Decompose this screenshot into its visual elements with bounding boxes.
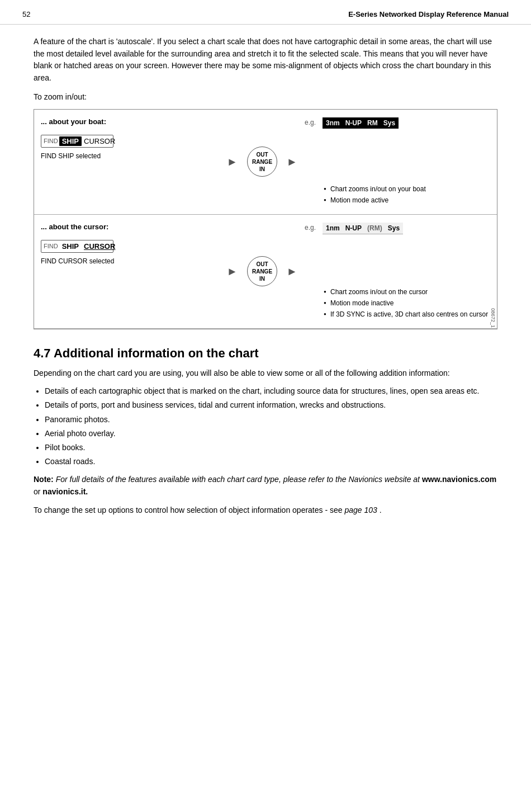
final-para: To change the set up options to control … — [34, 504, 497, 517]
note-or: or — [34, 487, 42, 496]
diagram-row-boat: ... about your boat: FIND SHIP CURSOR FI… — [34, 110, 497, 215]
arrow-icon-1a: ► — [227, 155, 238, 168]
range-in-2: IN — [259, 275, 265, 282]
range-out-2: OUT — [256, 261, 268, 268]
diagram-right-2: 1nm N-UP (RM) Sys ✛ Chart zooms in/out o… — [319, 223, 490, 320]
note-bold-url1: www.navionics.com — [422, 475, 496, 484]
note-italic: For full details of the features availab… — [56, 475, 420, 484]
bullet-item-3: Panoramic photos. — [45, 413, 497, 426]
arrow-icon-2b: ► — [287, 265, 298, 278]
final-period: . — [380, 506, 382, 514]
diagram-row-cursor: ... about the cursor: FIND SHIP CURSOR F… — [34, 215, 497, 329]
chart-bullets-2: Chart zooms in/out on the cursor Motion … — [323, 286, 488, 320]
find-ship-selected-label: FIND SHIP selected — [41, 152, 101, 160]
diagram-left-cursor: ... about the cursor: FIND SHIP CURSOR F… — [41, 223, 220, 320]
btn-ship-1: SHIP — [59, 136, 82, 146]
arrow-icon-2a: ► — [227, 265, 238, 278]
chart-status-bar-2: 1nm N-UP (RM) Sys — [323, 223, 403, 234]
range-range-1: RANGE — [252, 158, 272, 166]
find-ship-cursor-btn-2[interactable]: FIND SHIP CURSOR — [41, 240, 113, 253]
chart-status-bar-1: 3nm N-UP RM Sys — [323, 117, 399, 129]
bullet-2-1: Chart zooms in/out on the cursor — [324, 286, 488, 298]
status-nup-1: N-UP — [345, 119, 362, 127]
diagram-right-1: 3nm N-UP RM Sys ✛ Chart zooms in/out on … — [319, 117, 490, 206]
status-3nm: 3nm — [326, 119, 340, 127]
final-page-ref: page 103 — [344, 506, 377, 514]
note-bold-url2: navionics.it. — [42, 487, 88, 496]
diagram-box: ... about your boat: FIND SHIP CURSOR FI… — [34, 109, 497, 329]
bullet-1-1: Chart zooms in/out on your boat — [324, 183, 426, 195]
main-content: A feature of the chart is 'autoscale'. I… — [0, 25, 531, 534]
status-sys-1: Sys — [383, 119, 395, 127]
note-block: Note: For full details of the features a… — [34, 474, 497, 498]
arrow-1b: ► — [279, 117, 305, 206]
arrow-1a: ► — [220, 117, 245, 206]
status-rm-1: RM — [367, 119, 378, 127]
arrow-2b: ► — [279, 223, 305, 320]
find-ship-cursor-btn-1[interactable]: FIND SHIP CURSOR — [41, 135, 113, 148]
bullet-1-2: Motion mode active — [324, 195, 426, 206]
range-range-2: RANGE — [252, 268, 272, 275]
bullet-item-4: Aerial photo overlay. — [45, 427, 497, 440]
status-sys-2: Sys — [388, 224, 400, 232]
section-47-bullets: Details of each cartographic object that… — [45, 385, 497, 468]
page-header: 52 E-Series Networked Display Reference … — [0, 0, 531, 25]
btn-ship-2: SHIP — [59, 242, 82, 251]
intro-paragraph: A feature of the chart is 'autoscale'. I… — [34, 36, 497, 84]
bullet-item-6: Coastal roads. — [45, 455, 497, 468]
btn-find-2: FIND — [44, 243, 58, 249]
section-47-heading: 4.7 Additional information on the chart — [34, 346, 497, 361]
range-in-1: IN — [259, 166, 265, 173]
note-label: Note: — [34, 475, 54, 484]
status-rm-2: (RM) — [367, 224, 382, 232]
bullet-2-2: Motion mode inactive — [324, 298, 488, 309]
range-box-1: OUT RANGE IN — [247, 147, 277, 177]
final-para-text: To change the set up options to control … — [34, 506, 343, 514]
page-number: 52 — [22, 10, 30, 18]
bullet-2-3: If 3D SYNC is active, 3D chart also cent… — [324, 309, 488, 320]
range-out-1: OUT — [256, 151, 268, 158]
range-box-2: OUT RANGE IN — [247, 256, 277, 286]
about-cursor-label: ... about the cursor: — [41, 223, 108, 231]
btn-cursor-2: CURSOR — [84, 242, 115, 251]
find-cursor-selected-label: FIND CURSOR selected — [41, 257, 114, 265]
status-1nm: 1nm — [326, 224, 340, 232]
chart-bullets-1: Chart zooms in/out on your boat Motion m… — [323, 183, 426, 206]
page-title: E-Series Networked Display Reference Man… — [348, 10, 509, 18]
status-nup-2: N-UP — [345, 224, 362, 232]
about-boat-label: ... about your boat: — [41, 117, 106, 126]
btn-cursor-1: CURSOR — [84, 137, 115, 145]
bullet-item-2: Details of ports, port and business serv… — [45, 399, 497, 412]
diagram-middle-1: OUT RANGE IN — [245, 117, 279, 206]
bullet-item-5: Pilot books. — [45, 441, 497, 454]
diagram-left-boat: ... about your boat: FIND SHIP CURSOR FI… — [41, 117, 220, 206]
section-47-para1: Depending on the chart card you are usin… — [34, 367, 497, 380]
btn-find-1: FIND — [44, 138, 58, 144]
eg-label-2: e.g. — [305, 223, 316, 232]
image-ref: 08672_1 — [490, 308, 496, 328]
arrow-2a: ► — [220, 223, 245, 320]
arrow-icon-1b: ► — [287, 155, 298, 168]
diagram-middle-2: OUT RANGE IN — [245, 223, 279, 320]
eg-label-1: e.g. — [305, 117, 316, 126]
bullet-item-1: Details of each cartographic object that… — [45, 385, 497, 398]
zoom-label: To zoom in/out: — [34, 92, 497, 101]
